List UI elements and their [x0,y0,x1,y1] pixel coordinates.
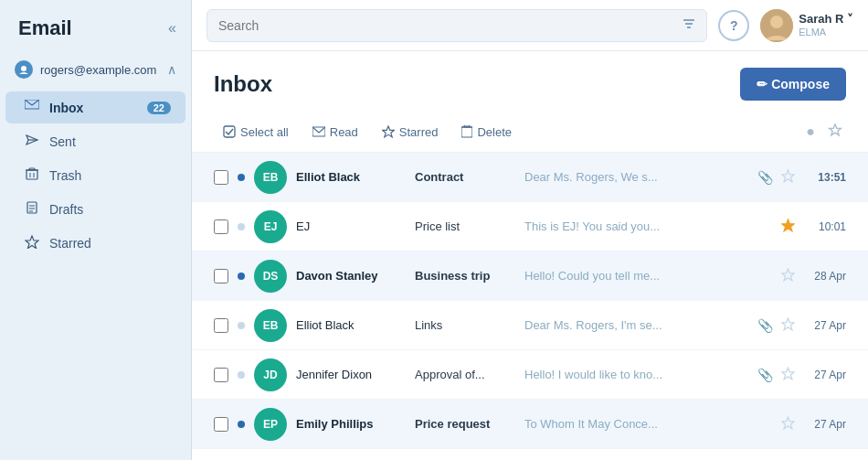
email-preview: To Whom It May Conce... [524,417,748,431]
email-row[interactable]: DS Davon Stanley Business trip Hello! Co… [192,251,868,301]
email-sender: Elliot Black [296,170,406,184]
svg-rect-21 [461,127,472,137]
email-subject: Business trip [415,269,515,283]
email-time: 27 Apr [804,319,846,332]
svg-marker-26 [782,219,795,231]
delete-button[interactable]: Delete [452,120,521,144]
sidebar-item-trash-label: Trash [49,168,81,183]
svg-marker-25 [782,170,795,182]
svg-rect-5 [29,168,35,170]
sidebar-item-drafts-label: Drafts [49,202,83,217]
unread-dot [238,371,245,379]
inbox-icon [24,100,40,115]
svg-point-0 [21,66,26,71]
star-icon[interactable] [781,268,795,284]
email-row[interactable]: EP Emily Phillips Price request To Whom … [192,400,868,449]
svg-rect-23 [464,125,470,127]
sidebar-item-inbox[interactable]: Inbox 22 [5,91,185,123]
sidebar-item-inbox-label: Inbox [49,101,83,115]
sidebar-navigation: Inbox 22 Sent Trash Drafts Starred [0,86,191,265]
email-preview: Hello! Could you tell me... [524,269,748,283]
star-icon[interactable] [781,317,795,334]
select-all-button[interactable]: Select all [214,120,298,144]
trash-icon [24,167,40,183]
compose-button[interactable]: ✏ Compose [740,68,846,101]
sidebar-item-trash[interactable]: Trash [5,159,185,191]
avatar: JD [254,358,287,391]
unread-dot [238,421,245,428]
star-icon[interactable] [781,367,795,383]
inbox-toolbar: Select all Read Starred Delete ● [192,112,868,153]
email-preview: Dear Ms. Rogers, We s... [524,170,748,184]
svg-marker-30 [782,417,795,429]
email-checkbox[interactable] [214,269,228,283]
star-icon[interactable] [781,416,795,433]
svg-marker-27 [782,269,795,281]
email-preview: This is EJ! You said you... [524,219,748,233]
help-button[interactable]: ? [718,10,749,41]
user-info: Sarah R ˅ ELMA [799,12,853,38]
svg-rect-18 [224,126,235,137]
sidebar-item-sent[interactable]: Sent [5,125,185,157]
unread-dot [238,273,245,280]
sidebar-item-drafts[interactable]: Drafts [5,193,185,225]
delete-label: Delete [477,125,512,139]
inbox-title: Inbox [214,71,272,97]
toolbar-dot-icon[interactable]: ● [802,120,819,144]
attachment-icon: 📎 [757,318,772,333]
email-sender: Jennifer Dixon [296,368,406,381]
select-all-label: Select all [240,125,289,139]
email-sender: Davon Stanley [296,269,406,283]
sidebar-item-starred-label: Starred [49,236,91,251]
toolbar-star-icon[interactable] [824,119,846,144]
avatar: EJ [254,210,287,243]
star-icon[interactable] [781,219,795,235]
unread-dot [238,174,245,181]
avatar: EB [254,309,287,342]
account-email: rogers@example.com [40,63,160,77]
user-org: ELMA [799,27,826,38]
drafts-icon [24,201,40,217]
account-icon [15,60,33,79]
search-wrapper[interactable] [206,9,707,42]
search-input[interactable] [218,18,675,33]
main-area: ? Sarah R ˅ ELMA Inbox ✏ Compose [192,0,868,460]
email-row[interactable]: EJ EJ Price list This is EJ! You said yo… [192,202,868,251]
attachment-icon: 📎 [757,170,772,185]
email-row[interactable]: EB Elliot Black Links Dear Ms. Rogers, I… [192,301,868,350]
avatar: EP [254,408,287,441]
sidebar-item-starred[interactable]: Starred [5,227,185,260]
email-subject: Price list [415,219,515,233]
email-checkbox[interactable] [214,318,228,333]
starred-icon [24,235,40,251]
email-row[interactable]: EB Elliot Black Contract Dear Ms. Rogers… [192,153,868,202]
app-title: Email [18,16,72,40]
unread-dot [238,322,245,329]
svg-marker-28 [782,318,795,330]
email-checkbox[interactable] [214,368,228,382]
sidebar: Email « rogers@example.com ∧ Inbox 22 Se… [0,0,192,460]
email-row[interactable]: JD Jennifer Dixon Approval of... Hello! … [192,350,868,400]
email-time: 27 Apr [804,369,846,381]
email-list: EB Elliot Black Contract Dear Ms. Rogers… [192,153,868,460]
svg-marker-24 [830,124,842,135]
sidebar-collapse-button[interactable]: « [168,20,176,37]
read-button[interactable]: Read [303,120,367,144]
email-checkbox[interactable] [214,170,228,185]
email-subject: Contract [415,170,515,184]
email-sender: EJ [296,219,406,233]
email-checkbox[interactable] [214,417,228,432]
email-checkbox[interactable] [214,219,228,234]
sidebar-account[interactable]: rogers@example.com ∧ [0,53,191,86]
read-label: Read [330,125,358,139]
svg-marker-29 [782,368,795,380]
starred-button[interactable]: Starred [373,120,448,144]
starred-label: Starred [399,125,439,139]
star-icon[interactable] [781,169,795,186]
email-time: 27 Apr [804,418,846,431]
attachment-icon: 📎 [757,368,772,382]
svg-marker-12 [26,236,38,249]
avatar: DS [254,260,287,293]
email-sender: Emily Phillips [296,417,406,431]
user-profile[interactable]: Sarah R ˅ ELMA [760,9,853,42]
